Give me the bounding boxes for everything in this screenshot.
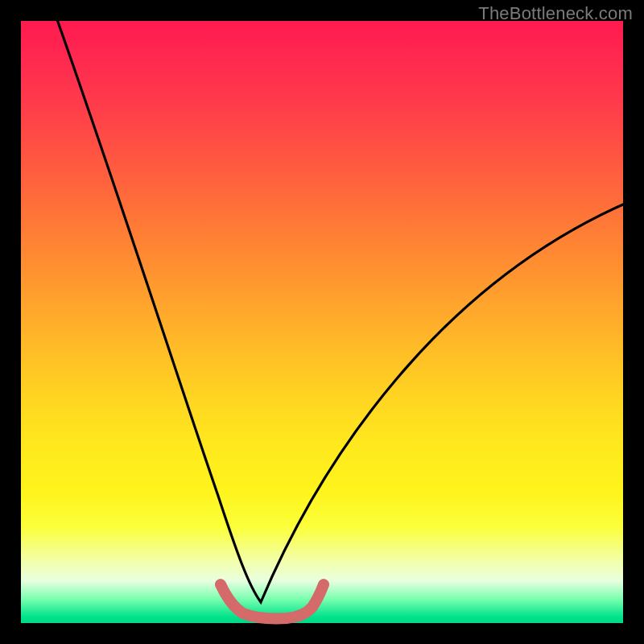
curves-layer [21,21,623,623]
chart-frame: TheBottleneck.com [0,0,644,644]
optimal-band-marker [221,584,324,618]
watermark-text: TheBottleneck.com [478,3,633,24]
plot-area [21,21,623,623]
bottleneck-curve [55,13,623,602]
